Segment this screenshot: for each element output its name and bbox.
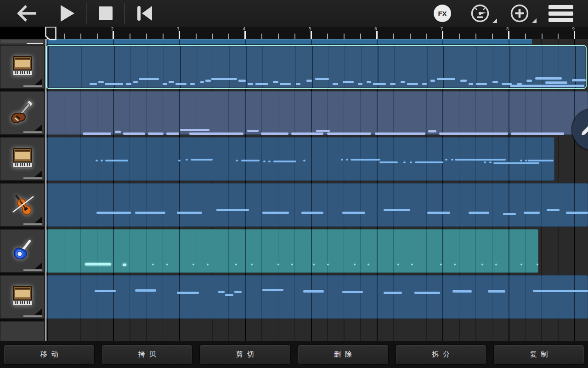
track-header-piano[interactable]: [0, 275, 45, 319]
midi-note: [384, 292, 402, 294]
midi-note: [451, 159, 453, 161]
midi-note: [90, 83, 97, 85]
midi-note: [280, 83, 291, 85]
midi-note: [520, 160, 522, 161]
tempo-button[interactable]: [460, 0, 500, 27]
track-header-piano[interactable]: [0, 137, 45, 181]
midi-note: [225, 294, 233, 296]
play-button[interactable]: [49, 0, 85, 27]
midi-note: [430, 80, 435, 82]
midi-note: [524, 212, 540, 214]
midi-note: [327, 132, 371, 135]
toolbar-button-cut[interactable]: 剪切: [199, 345, 290, 365]
midi-note: [96, 212, 131, 214]
midi-note: [410, 161, 412, 163]
corner-expand-icon: [492, 18, 497, 23]
ruler-tick-major: [179, 31, 180, 39]
midi-note-accent: [123, 264, 126, 266]
transport-toolbar: FX: [0, 0, 588, 27]
midi-note-dot: [520, 264, 522, 265]
midi-note: [390, 83, 396, 85]
midi-note: [484, 161, 486, 163]
toolbar-separator: [124, 3, 125, 24]
midi-note: [439, 132, 508, 135]
ruler-tick-minor: [97, 34, 98, 39]
toolbar-button-split[interactable]: 拆分: [396, 345, 486, 365]
track-region-piano-selected[interactable]: [46, 45, 587, 89]
ruler-bar-number: 8: [504, 27, 511, 31]
midi-note-dot: [411, 264, 413, 265]
ruler-tick-minor: [80, 34, 81, 39]
midi-note-dot: [166, 264, 168, 265]
ruler-tick-minor: [344, 34, 345, 39]
midi-note-dot: [481, 264, 483, 265]
ruler-tick-minor: [163, 34, 164, 39]
ruler-tick-minor: [278, 34, 279, 39]
midi-note: [358, 83, 362, 85]
midi-note: [428, 130, 436, 132]
partial-track-region[interactable]: [46, 39, 532, 45]
midi-note: [123, 132, 145, 135]
midi-note: [177, 212, 202, 214]
ruler-bar-number: 3: [175, 27, 182, 31]
midi-note: [306, 80, 312, 82]
toolbar-button-duplicate[interactable]: 复制: [493, 345, 584, 365]
timeline-ruler[interactable]: 123456789: [45, 27, 588, 39]
tracks-area: [45, 39, 588, 341]
midi-note: [205, 80, 211, 82]
midi-note: [126, 83, 131, 85]
midi-note: [407, 83, 418, 85]
add-track-button[interactable]: [500, 0, 539, 27]
track-region-guitar[interactable]: [46, 229, 538, 273]
ruler-tick-minor: [228, 34, 229, 39]
midi-note: [351, 159, 380, 161]
ruler-tick-minor: [196, 34, 197, 39]
track-region-piano[interactable]: [46, 275, 588, 319]
toolbar-button-delete[interactable]: 删除: [298, 345, 389, 365]
ruler-tick-major: [508, 31, 509, 39]
track-header-guitar[interactable]: [0, 229, 45, 273]
playhead-marker[interactable]: [45, 26, 57, 40]
back-button[interactable]: [6, 0, 49, 27]
header-corner-underline: [23, 224, 42, 224]
partial-track-header[interactable]: [0, 39, 45, 45]
midi-note-dot: [152, 264, 154, 265]
track-header-violin[interactable]: [0, 183, 45, 227]
midi-note: [262, 289, 283, 291]
midi-note: [241, 160, 260, 161]
back-arrow-icon: [15, 3, 40, 23]
track-header-bass[interactable]: [0, 91, 45, 135]
track-header-empty[interactable]: [0, 321, 45, 341]
midi-note: [190, 83, 195, 85]
ruler-bar-number: 5: [306, 27, 314, 31]
midi-note: [422, 83, 427, 85]
midi-note: [414, 292, 440, 294]
header-corner-fold: [34, 263, 42, 269]
ruler-tick-minor: [130, 34, 130, 39]
midi-note: [163, 83, 167, 85]
ruler-tick-minor: [410, 34, 411, 39]
ruler-tick-major: [376, 31, 378, 39]
track-region-bass[interactable]: [46, 91, 588, 135]
midi-note: [488, 290, 505, 293]
midi-note: [333, 83, 338, 85]
toolbar-separator: [86, 3, 87, 24]
midi-note: [503, 213, 516, 215]
toolbar-button-move[interactable]: 移动: [4, 345, 95, 365]
track-region-violin[interactable]: [46, 183, 588, 227]
ruler-tick-minor: [542, 34, 543, 39]
midi-note: [489, 161, 492, 163]
midi-note: [367, 81, 371, 83]
stop-button[interactable]: [88, 0, 123, 27]
skip-to-start-button[interactable]: [126, 0, 163, 27]
midi-note: [291, 132, 323, 135]
midi-note: [525, 160, 527, 161]
menu-icon: [548, 5, 573, 22]
midi-note: [166, 132, 179, 135]
menu-button[interactable]: [539, 0, 582, 27]
midi-note: [238, 80, 246, 82]
toolbar-button-copy[interactable]: 拷贝: [102, 345, 192, 365]
track-region-piano[interactable]: [46, 137, 554, 181]
track-header-piano[interactable]: [0, 45, 45, 89]
fx-button[interactable]: FX: [424, 0, 460, 27]
